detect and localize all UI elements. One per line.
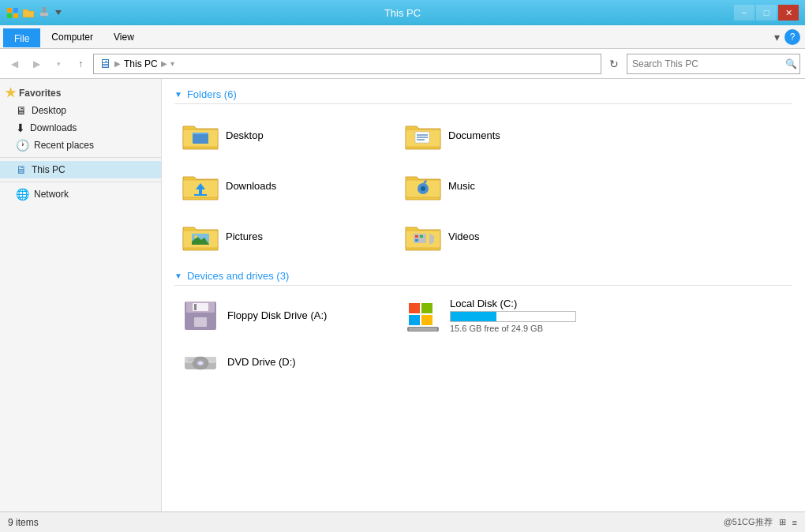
forward-button[interactable]: ▶ <box>27 54 46 73</box>
path-separator-1: ▶ <box>114 59 121 68</box>
svg-rect-2 <box>7 13 12 18</box>
window-title: This PC <box>384 7 421 19</box>
title-bar: This PC − □ ✕ <box>0 0 805 25</box>
close-button[interactable]: ✕ <box>778 5 799 21</box>
svg-rect-3 <box>13 13 18 18</box>
search-input[interactable] <box>627 54 800 74</box>
search-icon[interactable]: 🔍 <box>785 58 797 69</box>
window-controls: − □ ✕ <box>734 5 799 21</box>
refresh-button[interactable]: ↻ <box>605 54 623 73</box>
folders-section-header[interactable]: ▼ Folders (6) <box>174 88 792 104</box>
sidebar: ★ Favorites 🖥 Desktop ⬇ Downloads 🕐 Rece… <box>0 79 162 511</box>
sidebar-item-network[interactable]: 🌐 Network <box>0 185 161 203</box>
svg-rect-23 <box>415 235 418 238</box>
downloads-icon: ⬇ <box>16 122 25 134</box>
pictures-folder-label: Pictures <box>226 230 263 242</box>
svg-point-41 <box>199 362 202 365</box>
window-icon <box>6 6 19 19</box>
folders-section-label: Folders (6) <box>187 88 237 100</box>
dropdown-arrow-titlebar[interactable] <box>54 8 63 17</box>
ribbon-expand: ▾ ? <box>774 29 800 45</box>
device-dvd[interactable]: DVD Drive (D:) <box>174 340 395 383</box>
status-right: @51CG推荐 ⊞ ≡ <box>724 516 797 528</box>
folder-documents[interactable]: Documents <box>397 111 618 159</box>
help-button[interactable]: ? <box>784 29 800 45</box>
maximize-button[interactable]: □ <box>756 5 777 21</box>
localdisk-info: Local Disk (C:) 15.6 GB free of 24.9 GB <box>450 298 576 333</box>
ribbon-chevron-down[interactable]: ▾ <box>774 31 780 43</box>
svg-rect-5 <box>40 13 48 16</box>
item-count: 9 items <box>8 517 39 528</box>
svg-rect-4 <box>43 7 46 13</box>
svg-rect-8 <box>193 133 208 144</box>
devices-grid: Floppy Disk Drive (A:) <box>174 292 792 383</box>
svg-rect-29 <box>194 304 197 310</box>
music-folder-icon <box>404 167 442 204</box>
folder-icon-titlebar <box>22 6 35 19</box>
svg-rect-25 <box>415 239 418 242</box>
devices-section-header[interactable]: ▼ Devices and drives (3) <box>174 270 792 286</box>
localdisk-progress-wrap <box>450 311 576 322</box>
floppy-name: Floppy Disk Drive (A:) <box>227 309 327 321</box>
tab-computer[interactable]: Computer <box>42 28 103 46</box>
device-floppy[interactable]: Floppy Disk Drive (A:) <box>174 292 395 339</box>
recent-locations-button[interactable]: ▾ <box>49 54 68 73</box>
sidebar-item-desktop[interactable]: 🖥 Desktop <box>0 102 161 119</box>
videos-folder-icon <box>404 217 442 255</box>
svg-rect-0 <box>7 8 12 13</box>
view-icon-2[interactable]: ≡ <box>792 518 797 527</box>
svg-rect-31 <box>409 303 420 313</box>
tab-file[interactable]: File <box>3 28 40 47</box>
path-thispc: This PC <box>124 58 158 69</box>
pin-icon <box>38 6 51 19</box>
minimize-button[interactable]: − <box>734 5 754 21</box>
favorites-label: Favorites <box>19 88 61 99</box>
documents-folder-icon <box>404 116 442 154</box>
path-dropdown-button[interactable]: ▾ <box>170 59 174 68</box>
svg-marker-7 <box>55 10 62 15</box>
svg-rect-9 <box>193 133 208 134</box>
downloads-folder-label: Downloads <box>226 180 276 192</box>
floppy-icon <box>182 300 219 332</box>
folder-desktop[interactable]: Desktop <box>174 111 395 159</box>
svg-rect-15 <box>194 194 207 196</box>
back-button[interactable]: ◀ <box>5 54 24 73</box>
folder-pictures[interactable]: Pictures <box>174 212 395 260</box>
status-bar: 9 items @51CG推荐 ⊞ ≡ <box>0 511 805 532</box>
localdisk-space: 15.6 GB free of 24.9 GB <box>450 324 576 333</box>
pc-icon: 🖥 <box>99 57 111 71</box>
sidebar-item-downloads[interactable]: ⬇ Downloads <box>0 119 161 137</box>
path-separator-2: ▶ <box>161 59 167 68</box>
localdisk-name: Local Disk (C:) <box>450 298 576 309</box>
sidebar-item-recent[interactable]: 🕐 Recent places <box>0 137 161 154</box>
svg-rect-33 <box>409 315 420 325</box>
folder-downloads[interactable]: Downloads <box>174 161 395 210</box>
star-icon: ★ <box>5 85 16 100</box>
recent-icon: 🕐 <box>16 139 29 152</box>
desktop-folder-icon <box>182 116 219 154</box>
folder-videos[interactable]: Videos <box>397 212 618 260</box>
folders-collapse-arrow: ▼ <box>174 90 182 99</box>
pictures-folder-icon <box>182 217 219 255</box>
devices-collapse-arrow: ▼ <box>174 272 182 280</box>
devices-section-label: Devices and drives (3) <box>187 270 289 282</box>
localdisk-icon <box>404 300 442 332</box>
device-localdisk[interactable]: Local Disk (C:) 15.6 GB free of 24.9 GB <box>397 292 618 339</box>
up-button[interactable]: ↑ <box>71 54 90 73</box>
tab-view[interactable]: View <box>104 28 144 46</box>
view-icon-1[interactable]: ⊞ <box>779 517 786 527</box>
sidebar-desktop-label: Desktop <box>32 105 66 116</box>
music-folder-label: Music <box>448 180 475 192</box>
downloads-folder-icon <box>182 167 219 204</box>
desktop-folder-label: Desktop <box>226 129 264 141</box>
folder-music[interactable]: Music <box>397 161 618 210</box>
sidebar-favorites-header[interactable]: ★ Favorites <box>0 84 161 102</box>
sidebar-item-thispc[interactable]: 🖥 This PC <box>0 161 161 178</box>
localdisk-progress-fill <box>451 312 496 321</box>
sidebar-recent-label: Recent places <box>34 140 94 151</box>
sidebar-divider-2 <box>0 182 161 182</box>
title-bar-left <box>6 6 63 19</box>
desktop-icon: 🖥 <box>16 104 27 117</box>
address-path[interactable]: 🖥 ▶ This PC ▶ ▾ <box>93 54 601 74</box>
dvd-icon <box>182 346 219 377</box>
